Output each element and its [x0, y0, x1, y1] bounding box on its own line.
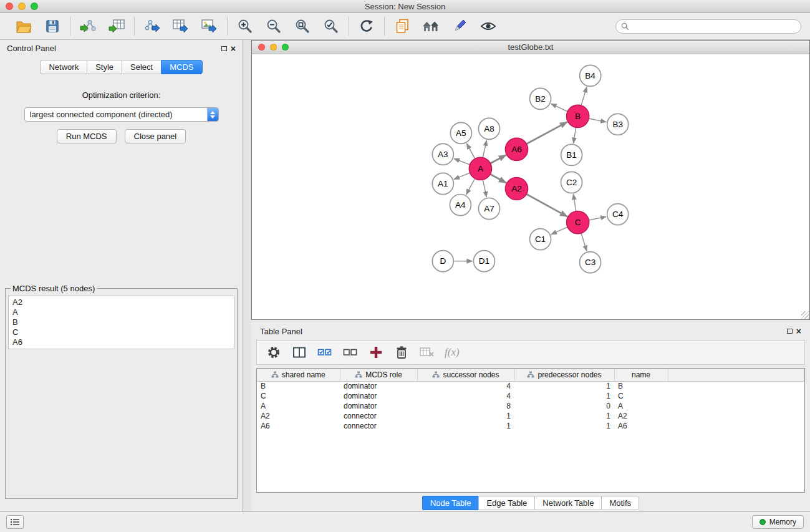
- network-edge[interactable]: [581, 233, 587, 251]
- network-node[interactable]: C4: [607, 204, 629, 225]
- network-node[interactable]: A1: [432, 173, 453, 194]
- table-row[interactable]: Bdominator41B: [257, 381, 804, 391]
- tab-select[interactable]: Select: [122, 60, 161, 74]
- result-item[interactable]: A2: [9, 297, 234, 307]
- zoom-out-icon[interactable]: [264, 16, 284, 36]
- refresh-view-icon[interactable]: [357, 16, 377, 36]
- network-node[interactable]: C3: [580, 252, 601, 273]
- panel-divider[interactable]: [243, 40, 251, 511]
- tab-edge-table[interactable]: Edge Table: [478, 496, 534, 510]
- close-panel-button[interactable]: Close panel: [125, 129, 186, 143]
- zoom-network-window-button[interactable]: [282, 44, 289, 51]
- import-network-icon[interactable]: [78, 16, 98, 36]
- network-edge[interactable]: [573, 194, 576, 211]
- save-session-icon[interactable]: [42, 16, 62, 36]
- network-node[interactable]: A7: [478, 198, 499, 220]
- network-edge[interactable]: [454, 173, 470, 179]
- table-settings-icon[interactable]: [266, 344, 282, 360]
- network-node[interactable]: A3: [432, 143, 453, 165]
- close-table-panel-icon[interactable]: ×: [796, 327, 801, 336]
- network-edge[interactable]: [483, 180, 486, 197]
- open-network-icon[interactable]: [392, 16, 412, 36]
- column-header-successor-nodes[interactable]: successor nodes: [417, 369, 514, 381]
- network-edge[interactable]: [589, 216, 606, 220]
- close-network-window-button[interactable]: [258, 44, 265, 51]
- home-icon[interactable]: [421, 16, 441, 36]
- add-row-icon[interactable]: [368, 344, 384, 360]
- network-edge[interactable]: [490, 155, 506, 163]
- minimize-network-window-button[interactable]: [270, 44, 277, 51]
- table-row[interactable]: A6connector11A6: [257, 421, 804, 431]
- network-node[interactable]: D: [432, 251, 453, 272]
- zoom-window-button[interactable]: [31, 2, 38, 10]
- result-item[interactable]: B: [9, 317, 234, 327]
- function-builder-icon[interactable]: f(x): [445, 346, 460, 359]
- resize-handle[interactable]: [801, 311, 809, 319]
- show-graphics-details-icon[interactable]: [478, 16, 498, 36]
- zoom-fit-icon[interactable]: [292, 16, 312, 36]
- network-node[interactable]: A2: [505, 177, 528, 200]
- close-panel-icon[interactable]: ×: [231, 44, 236, 53]
- network-node[interactable]: B: [567, 105, 589, 127]
- export-image-icon[interactable]: [200, 16, 219, 36]
- tab-network[interactable]: Network: [40, 60, 87, 74]
- zoom-selected-icon[interactable]: [321, 16, 341, 36]
- column-header-shared-name[interactable]: shared name: [257, 369, 340, 381]
- float-panel-icon[interactable]: [221, 46, 227, 51]
- network-edge[interactable]: [526, 194, 567, 216]
- network-edge[interactable]: [589, 118, 606, 122]
- network-node[interactable]: A6: [505, 138, 528, 160]
- criterion-select[interactable]: largest connected component (directed): [24, 107, 219, 122]
- memory-button[interactable]: Memory: [752, 515, 804, 529]
- network-node[interactable]: A: [469, 157, 491, 180]
- table-row[interactable]: Cdominator41C: [257, 391, 804, 401]
- table-row[interactable]: Adominator80A: [257, 401, 804, 411]
- column-header-predecessor-nodes[interactable]: predecessor nodes: [514, 369, 614, 381]
- network-edge[interactable]: [551, 227, 567, 235]
- node-table[interactable]: shared name MCDS role successor nodes pr…: [256, 368, 805, 493]
- table-row[interactable]: A2connector11A2: [257, 411, 804, 421]
- network-edge[interactable]: [454, 158, 470, 165]
- task-history-button[interactable]: [6, 515, 24, 529]
- tab-node-table[interactable]: Node Table: [422, 496, 479, 510]
- network-node[interactable]: C2: [561, 172, 582, 193]
- unselect-all-icon[interactable]: [342, 344, 359, 360]
- network-edge[interactable]: [551, 104, 568, 111]
- select-all-icon[interactable]: [317, 344, 333, 360]
- close-window-button[interactable]: [6, 2, 13, 10]
- result-item[interactable]: A: [9, 307, 234, 317]
- run-mcds-button[interactable]: Run MCDS: [57, 129, 117, 143]
- result-item[interactable]: C: [9, 327, 234, 337]
- network-node[interactable]: B3: [607, 114, 629, 135]
- network-node[interactable]: C: [567, 211, 589, 234]
- network-edge[interactable]: [483, 140, 486, 158]
- network-edge[interactable]: [526, 122, 567, 143]
- network-edge[interactable]: [581, 87, 587, 106]
- network-edge[interactable]: [574, 127, 576, 143]
- tab-network-table[interactable]: Network Table: [534, 496, 601, 510]
- network-canvas[interactable]: AA1A2A3A4A5A6A7A8BB1B2B3B4CC1C2C3C4DD1: [252, 54, 809, 319]
- network-node[interactable]: B1: [561, 144, 582, 165]
- network-edge[interactable]: [490, 174, 506, 183]
- mcds-result-list[interactable]: A2 A B C A6: [8, 296, 234, 349]
- minimize-window-button[interactable]: [18, 2, 26, 10]
- network-edge[interactable]: [466, 143, 475, 159]
- delete-row-icon[interactable]: [393, 344, 410, 360]
- tab-mcds[interactable]: MCDS: [161, 60, 202, 74]
- network-node[interactable]: A8: [478, 118, 499, 139]
- network-edge[interactable]: [466, 178, 475, 195]
- import-table-icon[interactable]: [107, 16, 127, 36]
- export-table-icon[interactable]: [171, 16, 191, 36]
- column-editor-icon[interactable]: [291, 344, 307, 360]
- network-node[interactable]: C1: [529, 229, 551, 250]
- search-input[interactable]: [632, 22, 796, 31]
- network-node[interactable]: B4: [580, 65, 601, 86]
- network-node[interactable]: D1: [473, 251, 494, 272]
- apply-style-icon[interactable]: [450, 16, 470, 36]
- network-node[interactable]: A5: [450, 122, 471, 143]
- export-network-icon[interactable]: [142, 16, 162, 36]
- tab-motifs[interactable]: Motifs: [601, 496, 639, 510]
- search-field[interactable]: [615, 19, 801, 34]
- float-table-panel-icon[interactable]: [787, 329, 793, 334]
- column-header-mcds-role[interactable]: MCDS role: [340, 369, 417, 381]
